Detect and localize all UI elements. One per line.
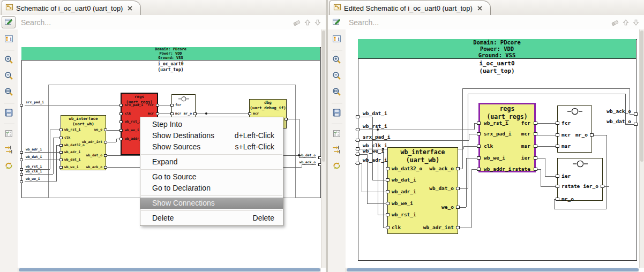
port-pin [59,151,63,154]
zoom-in-button[interactable] [330,54,344,67]
vertical-scrollbar[interactable] [639,29,644,268]
refresh-button[interactable] [2,160,16,173]
port-pin [284,118,288,120]
close-icon[interactable] [127,4,133,13]
properties-button[interactable]: i [2,33,16,47]
block-regs[interactable]: regs(uart_regs)wb_rst_isrx_pad_iclkwb_we… [478,103,536,172]
scrollbar-thumb[interactable] [322,31,325,162]
zoom-out-button[interactable] [2,70,16,84]
menu-item-show-sources[interactable]: Show Sourcess+Left-Click [140,141,283,153]
output-pin-label: wb_dat_o [606,118,631,124]
menu-item-go-to-source[interactable]: Go to Source [140,171,283,183]
wire [372,180,387,180]
save-button[interactable] [2,107,16,120]
port-pin [534,132,537,135]
filter-options-icon [332,129,341,140]
block-title: wb_interface(uart_wb) [388,148,458,164]
menu-item-go-to-declaration[interactable]: Go to Declaration [140,183,283,194]
horizontal-scrollbar[interactable] [18,268,321,272]
port-wb_dat_i: wb_dat_i [64,157,80,162]
block-proc1[interactable]: fcrmcrmsrmr_o [557,105,592,153]
search-options-button[interactable] [330,16,343,28]
find-previous-icon[interactable] [304,19,311,26]
vertical-scrollbar[interactable] [321,29,326,268]
save-button[interactable] [330,107,344,120]
filter-options-icon [4,129,13,140]
zoom-out-button[interactable] [330,70,344,84]
port-pin [119,112,123,115]
wire [25,174,53,175]
menu-item-step-into[interactable]: Step Into [140,119,283,130]
zoom-fit-button[interactable] [2,86,16,100]
wire [536,135,557,135]
save-icon [4,108,13,119]
wire [462,88,630,89]
find-next-icon[interactable] [314,19,321,26]
block-title: dbg(uart_debug_if) [250,100,286,111]
scrollbar-thumb[interactable] [19,268,320,271]
wire [466,158,467,207]
menu-item-delete[interactable]: DeleteDelete [140,213,283,224]
menu-item-label: Delete [152,213,174,224]
search-input[interactable] [20,18,293,27]
port-clk: clk [392,224,401,231]
zoom-fit-icon [4,87,13,98]
search-input[interactable] [348,18,611,27]
wire [50,130,50,169]
wire [458,228,471,228]
zoom-in-button[interactable] [2,54,16,67]
menu-item-show-connections[interactable]: Show Connections [140,198,283,209]
output-pin-wb_ack_o [634,112,638,116]
wire [468,94,625,94]
port-pin [477,132,481,135]
scrollbar-thumb[interactable] [640,31,643,162]
show-signals-button[interactable] [2,143,16,157]
horizontal-scrollbar[interactable] [346,268,639,272]
panel-schematic: Schematic of i_oc_uart0 (uart_top) i Dom… [0,0,326,272]
port-pin [534,122,537,125]
refresh-button[interactable] [330,160,344,173]
tab-schematic[interactable]: Schematic of i_oc_uart0 (uart_top) [2,1,141,16]
find-previous-icon[interactable] [622,19,630,26]
zoom-fit-button[interactable] [330,86,344,100]
tab-edited-schematic[interactable]: Edited Schematic of i_oc_uart0 (uart_top… [330,1,491,16]
menu-item-expand[interactable]: Expand [140,156,283,168]
block-proc2[interactable]: ierrstatemr_oier_o [557,158,603,201]
port-pin [119,120,123,123]
port-wb_dat_i: wb_dat_i [392,177,416,183]
clear-search-highlight-icon[interactable] [611,18,619,27]
port-pin [170,104,174,107]
menu-item-label: Go to Declaration [152,183,211,194]
zoom-in-icon [4,55,13,66]
port-pin [477,145,481,148]
search-options-button[interactable] [2,16,16,28]
tab-title: Edited Schematic of i_oc_uart0 (uart_top… [344,4,473,12]
panel-edited-schematic: Edited Schematic of i_oc_uart0 (uart_top… [328,0,644,272]
port-wb_we_i: wb_we_i [64,165,79,169]
block-wb_interface[interactable]: wb_interface(uart_wb)wb_rst_iclkwb_dat32… [61,115,106,170]
clear-search-highlight-icon[interactable] [293,18,301,27]
schematic-icon [5,3,13,13]
port-pin [456,206,460,209]
menu-item-show-destinations[interactable]: Show Destinationsd+Left-Click [140,130,283,141]
input-pin-wb_adr_i [356,162,360,165]
port-we_o: we_o [441,204,454,210]
input-pin-label: srx_pad_i [26,100,44,104]
refresh-icon [332,161,341,172]
filter-options-button[interactable] [2,127,16,141]
find-next-icon[interactable] [632,19,640,26]
block-wb_interface[interactable]: wb_interface(uart_wb)wb_dat32_owb_dat_iw… [387,147,458,234]
port-wb_dat32_o: wb_dat32_o [392,165,422,172]
port-mcr: mcr [253,111,259,116]
close-icon[interactable] [477,4,483,13]
menu-separator [141,210,282,211]
filter-options-button[interactable] [330,127,344,141]
port-pin [534,168,537,171]
port-pin [556,185,559,188]
schematic-canvas-right[interactable]: Domain: PDcorePower: VDDGround: VSSi_oc_… [346,29,640,268]
port-pin [386,178,390,182]
properties-button[interactable]: i [330,33,344,47]
input-pin-wb_adr_i [20,151,23,154]
scrollbar-thumb[interactable] [347,268,639,271]
show-signals-button[interactable] [330,143,344,157]
